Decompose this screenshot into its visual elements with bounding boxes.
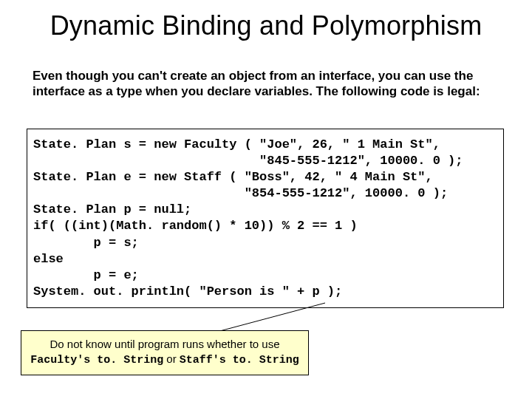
slide-title: Dynamic Binding and Polymorphism	[0, 10, 532, 41]
callout-mid: or	[163, 352, 180, 365]
callout-mono-staff: Staff's to. String	[180, 354, 299, 366]
callout-mono-faculty: Faculty's to. String	[30, 354, 163, 366]
callout-box: Do not know until program runs whether t…	[21, 330, 309, 375]
slide: Dynamic Binding and Polymorphism Even th…	[0, 0, 532, 399]
callout-line1: Do not know until program runs whether t…	[50, 338, 280, 350]
code-block: State. Plan s = new Faculty ( "Joe", 26,…	[27, 129, 504, 308]
intro-text: Even though you can't create an object f…	[33, 68, 498, 100]
